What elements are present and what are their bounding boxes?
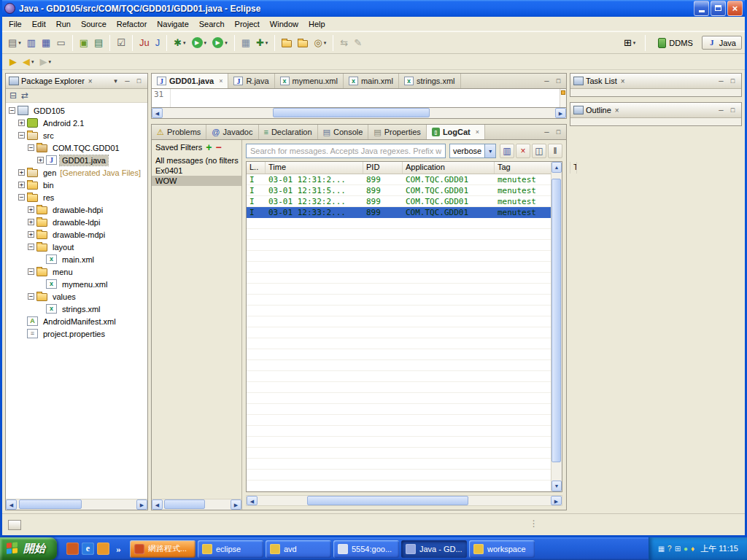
tree-item-drawable-ldpi[interactable]: +drawable-ldpi xyxy=(6,216,147,228)
scroll-thumb[interactable] xyxy=(551,179,561,462)
expand-minus-icon[interactable]: − xyxy=(18,194,25,201)
menu-window[interactable]: Window xyxy=(265,18,303,31)
add-filter-button[interactable]: + xyxy=(206,144,212,151)
debug-button[interactable]: ✱▾ xyxy=(171,35,188,51)
minimize-view-icon[interactable]: ─ xyxy=(122,76,133,86)
tree-item-com-tqc-gdd01[interactable]: −COM.TQC.GDD01 xyxy=(6,141,147,154)
android-lint-button[interactable]: ☑ xyxy=(114,35,128,51)
expand-plus-icon[interactable]: + xyxy=(18,120,25,126)
forward-history-button[interactable]: ▶▾ xyxy=(37,54,55,70)
tree-item-project-properties[interactable]: project.properties xyxy=(6,327,147,340)
save-all-button[interactable]: ▦ xyxy=(39,35,53,51)
open-resource-button[interactable] xyxy=(295,35,311,51)
tree-item-gdd01-java[interactable]: +GDD01.java xyxy=(6,154,147,166)
tray-volume-icon[interactable]: ♦ xyxy=(691,545,694,553)
logcat-vscrollbar[interactable]: ▲ ▼ xyxy=(551,162,562,491)
tray-usb-icon[interactable]: ⊞ xyxy=(675,545,681,553)
outline-header[interactable]: Outline × ─ □ xyxy=(570,103,741,118)
tray-help-icon[interactable]: ? xyxy=(667,545,672,553)
scroll-thumb[interactable] xyxy=(19,499,81,509)
expand-plus-icon[interactable]: + xyxy=(18,169,25,176)
menu-refactor[interactable]: Refactor xyxy=(112,18,152,31)
minimize-view-icon[interactable]: ─ xyxy=(716,105,727,115)
scroll-track[interactable] xyxy=(258,496,551,505)
menu-search[interactable]: Search xyxy=(194,18,230,31)
menu-run[interactable]: Run xyxy=(51,18,76,31)
filters-hscrollbar[interactable]: ◀ ▶ xyxy=(152,499,241,510)
titlebar[interactable]: Java - GDD105/src/COM/TQC/GDD01/GDD01.ja… xyxy=(2,0,745,17)
log-row-0[interactable]: I03-01 12:31:2...899COM.TQC.GDD01menutes… xyxy=(247,174,551,185)
expand-minus-icon[interactable]: − xyxy=(28,144,34,151)
tree-item-gen[interactable]: +gen [Generated Java Files] xyxy=(6,166,147,179)
scroll-right-icon[interactable]: ▶ xyxy=(555,108,566,118)
menu-source[interactable]: Source xyxy=(76,18,112,31)
editor-hscrollbar[interactable]: ◀ ▶ xyxy=(151,108,567,119)
java-browsing-button[interactable]: ▦ xyxy=(239,35,253,51)
scroll-right-icon[interactable]: ▶ xyxy=(231,499,241,510)
java-editor[interactable]: 31 xyxy=(151,89,567,108)
close-view-icon[interactable]: × xyxy=(619,77,627,85)
quick-launch-1-icon[interactable] xyxy=(66,542,79,555)
close-tab-icon[interactable]: × xyxy=(476,128,479,136)
editor-tab-gdd01-java[interactable]: GDD01.java× xyxy=(152,74,228,88)
column-header-pid[interactable]: PID xyxy=(363,162,403,174)
start-button[interactable]: 開始 xyxy=(0,537,57,560)
scroll-thumb[interactable] xyxy=(273,108,430,117)
taskbar-button-5554-goo[interactable]: 5554:goo... xyxy=(333,540,399,558)
android-sdk-manager-button[interactable]: ▤ xyxy=(91,35,106,51)
expand-minus-icon[interactable]: − xyxy=(28,244,34,250)
editor-tab-r-java[interactable]: R.java xyxy=(228,74,274,88)
expand-minus-icon[interactable]: − xyxy=(9,107,15,114)
collapse-all-button[interactable]: ⊟ xyxy=(9,91,17,100)
view-menu-icon[interactable]: ▾ xyxy=(110,76,121,86)
view-tab-properties[interactable]: ▤Properties xyxy=(368,125,427,139)
scroll-up-icon[interactable]: ▲ xyxy=(551,162,562,173)
scroll-left-icon[interactable]: ◀ xyxy=(6,499,17,510)
maximize-view-icon[interactable]: □ xyxy=(133,76,144,86)
logcat-search-input[interactable] xyxy=(246,144,446,158)
quick-launch-ie-icon[interactable]: e xyxy=(82,542,94,555)
toggle-filters-pane-button[interactable]: ◫ xyxy=(532,144,546,158)
link-with-editor-button[interactable]: ⇄ xyxy=(21,91,28,100)
minimize-view-icon[interactable]: ─ xyxy=(541,127,552,137)
scroll-left-icon[interactable]: ◀ xyxy=(152,108,163,118)
scroll-right-icon[interactable]: ▶ xyxy=(136,499,147,510)
tree-item-main-xml[interactable]: main.xml xyxy=(6,253,147,265)
taskbar-button-0[interactable]: 網路程式... xyxy=(130,540,196,558)
search-button[interactable]: ◎▾ xyxy=(311,35,329,51)
column-header-l[interactable]: L.. xyxy=(247,162,266,174)
filter-all-messages-no-filters[interactable]: All messages (no filters xyxy=(152,155,241,166)
column-header-time[interactable]: Time xyxy=(266,162,363,174)
view-tab-problems[interactable]: ⚠Problems xyxy=(152,125,206,139)
new-java-element-button[interactable]: ✚▾ xyxy=(253,35,271,51)
maximize-button[interactable] xyxy=(711,1,726,16)
close-tab-icon[interactable]: × xyxy=(219,77,222,85)
scroll-left-icon[interactable]: ◀ xyxy=(152,499,163,510)
minimize-view-icon[interactable]: ─ xyxy=(541,76,552,86)
close-button[interactable]: × xyxy=(727,1,743,16)
view-tab-logcat[interactable]: ▯LogCat× xyxy=(427,125,485,139)
minimize-button[interactable] xyxy=(694,1,709,16)
log-row-2[interactable]: I03-01 12:32:2...899COM.TQC.GDD01menutes… xyxy=(247,196,551,207)
ddms-perspective-button[interactable]: DDMS xyxy=(652,36,698,50)
menu-navigate[interactable]: Navigate xyxy=(152,18,193,31)
menu-help[interactable]: Help xyxy=(303,18,330,31)
scroll-thumb[interactable] xyxy=(164,499,205,509)
close-view-icon[interactable]: × xyxy=(614,106,621,114)
view-tab-console[interactable]: ▤Console xyxy=(318,125,369,139)
package-explorer-hscrollbar[interactable]: ◀ ▶ xyxy=(6,499,147,510)
quick-launch-overflow-icon[interactable]: » xyxy=(112,542,125,555)
package-explorer-header[interactable]: Package Explorer × ▾ ─ □ xyxy=(6,74,147,89)
scroll-thumb[interactable] xyxy=(307,496,468,505)
new-android-project-button[interactable]: ▣ xyxy=(77,35,91,51)
tree-item-android-2-1[interactable]: +Android 2.1 xyxy=(6,117,147,129)
tree-item-strings-xml[interactable]: strings.xml xyxy=(6,303,147,315)
last-edit-location-button[interactable]: ▶ xyxy=(7,54,20,70)
link-with-editor-button[interactable]: ⇆ xyxy=(337,35,351,51)
tree-item-drawable-hdpi[interactable]: +drawable-hdpi xyxy=(6,203,147,216)
logcat-hscrollbar[interactable]: ◀ ▶ xyxy=(246,495,562,506)
tree-item-src[interactable]: −src xyxy=(6,129,147,141)
tree-item-menu[interactable]: −menu xyxy=(6,265,147,278)
view-tab-javadoc[interactable]: @Javadoc xyxy=(206,125,258,139)
save-button[interactable]: ▥ xyxy=(24,35,39,51)
